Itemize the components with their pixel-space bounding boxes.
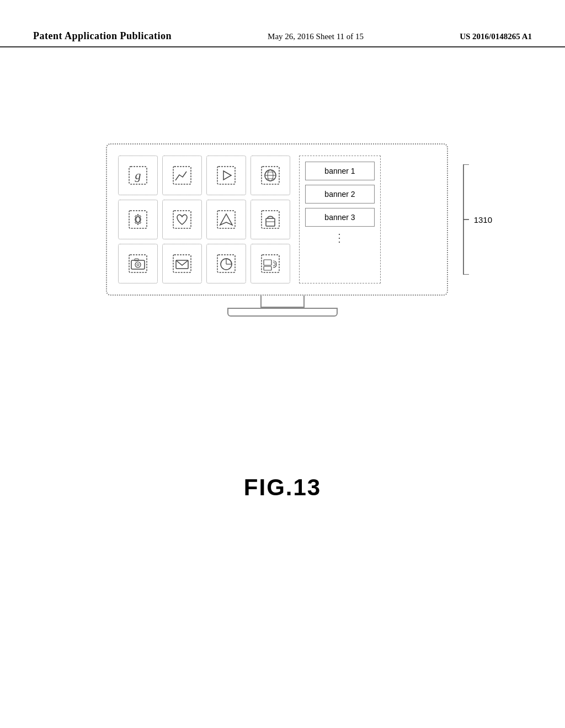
svg-point-22 xyxy=(137,264,139,266)
app-icon-globe xyxy=(250,156,290,195)
monitor-stand xyxy=(106,296,459,317)
banner-1: banner 1 xyxy=(305,162,375,180)
figure-caption: FIG.13 xyxy=(244,474,321,501)
banner-more-dots: ⋮ xyxy=(305,231,375,244)
app-icon-chart-pie xyxy=(206,244,246,283)
app-icon-navigation xyxy=(206,200,246,239)
app-icon-mail xyxy=(162,244,202,283)
svg-rect-31 xyxy=(264,260,271,265)
svg-marker-4 xyxy=(223,171,231,180)
svg-rect-3 xyxy=(217,167,235,184)
svg-rect-2 xyxy=(173,167,191,184)
svg-rect-16 xyxy=(262,211,279,228)
svg-rect-32 xyxy=(264,266,271,270)
app-icon-media xyxy=(250,244,290,283)
banner-2: banner 2 xyxy=(305,185,375,204)
svg-marker-15 xyxy=(220,214,232,225)
monitor-frame: g xyxy=(106,143,448,296)
label-1310: 1310 xyxy=(474,215,492,224)
svg-point-21 xyxy=(135,262,141,267)
publication-label: Patent Application Publication xyxy=(33,30,172,42)
banner-panel: banner 1 banner 2 banner 3 ⋮ xyxy=(299,156,381,283)
stand-base xyxy=(227,308,338,317)
app-grid: g xyxy=(118,156,290,283)
screen-content: g xyxy=(118,156,436,283)
app-icon-play xyxy=(206,156,246,195)
app-icon-chart xyxy=(162,156,202,195)
sheet-info: May 26, 2016 Sheet 11 of 15 xyxy=(268,32,364,41)
stand-neck xyxy=(260,296,305,308)
svg-rect-13 xyxy=(173,211,191,228)
app-icon-camera xyxy=(118,244,158,283)
banner-3: banner 3 xyxy=(305,208,375,227)
svg-text:g: g xyxy=(135,168,141,182)
app-icon-bag xyxy=(250,200,290,239)
patent-number: US 2016/0148265 A1 xyxy=(460,32,532,41)
diagram-area: g xyxy=(106,143,459,317)
svg-rect-20 xyxy=(131,260,145,269)
bracket-1310 xyxy=(455,164,472,275)
app-icon-settings xyxy=(118,200,158,239)
svg-rect-17 xyxy=(266,218,275,226)
app-icon-heart xyxy=(162,200,202,239)
app-icon-g: g xyxy=(118,156,158,195)
page-header: Patent Application Publication May 26, 2… xyxy=(0,30,565,47)
